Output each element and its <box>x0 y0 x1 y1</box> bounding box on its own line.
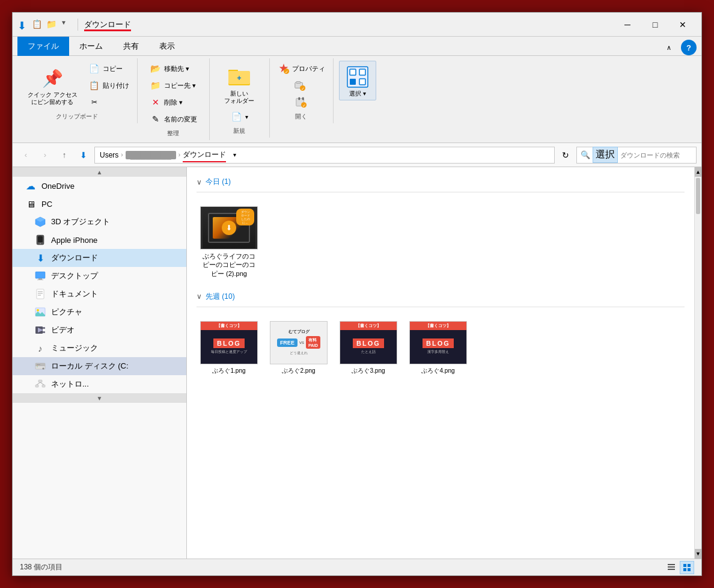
history-button[interactable]: ✓ <box>292 94 310 110</box>
sidebar-item-pictures[interactable]: ピクチャ <box>13 303 186 321</box>
sidebar-scroll-down[interactable]: ▼ <box>13 393 186 403</box>
tab-share[interactable]: 共有 <box>113 37 149 56</box>
svg-rect-29 <box>37 289 44 299</box>
svg-point-43 <box>37 366 38 366</box>
sidebar-item-documents[interactable]: ドキュメント <box>13 285 186 303</box>
paste-button[interactable]: 📋 貼り付け <box>85 78 132 93</box>
up-button[interactable]: ↑ <box>56 147 73 164</box>
copy-label: コピー <box>103 64 123 73</box>
download-nav-icon[interactable]: ⬇ <box>75 147 92 164</box>
file-item-blog2[interactable]: むてブログ FREE vs 有料PAID どう違えれ ぶろぐ2.png <box>266 317 331 379</box>
undo-icon[interactable]: 📋 <box>32 19 43 30</box>
file-item-blog3[interactable]: 【書くコツ】 BLOG たとえ話 ぶろぐ3.png <box>336 317 401 379</box>
new-folder-button[interactable]: + 新しいフォルダー <box>219 61 260 108</box>
svg-rect-27 <box>38 278 42 280</box>
open-items: ✓ プロパティ ✓ <box>275 61 328 110</box>
main-area: ▲ ☁ OneDrive 🖥 PC 3D オブジェクト <box>13 167 701 559</box>
pin-label: クイック アクセスにピン留めする <box>28 91 78 106</box>
path-username: ████████ <box>126 151 176 159</box>
sidebar-item-apple-iphone[interactable]: Apple iPhone <box>13 231 186 249</box>
sidebar-item-desktop[interactable]: デスクトップ <box>13 267 186 285</box>
file-item-png[interactable]: ⬇ ダウンロードしたのに... ぶろぐライフのコピーのコピーのコピー (2).p… <box>197 202 261 282</box>
folder-icon[interactable]: 📁 <box>46 19 57 30</box>
section-lastweek-header[interactable]: ∨ 先週 (10) <box>197 287 685 307</box>
svg-rect-18 <box>359 69 365 75</box>
tab-view[interactable]: 表示 <box>149 37 185 56</box>
select-button[interactable]: 選択 ▾ <box>339 61 376 100</box>
file-area: ∨ 今日 (1) ⬇ <box>187 167 694 559</box>
close-button[interactable]: ✕ <box>669 16 697 34</box>
minimize-button[interactable]: ─ <box>614 16 641 34</box>
3dobjects-label: 3D オブジェクト <box>51 216 110 227</box>
list-view-button[interactable] <box>664 561 679 574</box>
open-button[interactable]: ✓ <box>291 78 311 93</box>
svg-line-49 <box>40 382 44 385</box>
file-thumbnail-blog1: 【書くコツ】 BLOG 毎日投稿と速度アップ <box>200 321 258 364</box>
title-bar: ⬇ 📋 📁 ▼ ダウンロード ─ □ ✕ <box>13 13 701 37</box>
delete-icon: ✕ <box>150 96 162 108</box>
tab-file[interactable]: ファイル <box>17 37 69 56</box>
delete-button[interactable]: ✕ 削除 ▾ <box>147 94 186 110</box>
sidebar: ▲ ☁ OneDrive 🖥 PC 3D オブジェクト <box>13 167 187 559</box>
pictures-label: ピクチャ <box>51 307 82 317</box>
grid-view-button[interactable] <box>680 561 694 574</box>
sidebar-item-localdisk[interactable]: ローカル ディスク (C: <box>13 357 186 375</box>
search-icon: 🔍 <box>581 150 590 159</box>
refresh-button[interactable]: ↻ <box>557 147 574 164</box>
svg-rect-53 <box>683 564 686 567</box>
pin-button[interactable]: 📌 クイック アクセスにピン留めする <box>22 62 83 109</box>
selected-text-highlight: 選択 <box>593 147 618 163</box>
sidebar-item-onedrive[interactable]: ☁ OneDrive <box>13 177 186 195</box>
section-today-header[interactable]: ∨ 今日 (1) <box>197 172 685 192</box>
file-item-blog4[interactable]: 【書くコツ】 BLOG 漢字多用替え ぶろぐ4.png <box>406 317 471 379</box>
sidebar-item-downloads[interactable]: ⬇ ダウンロード <box>13 249 186 267</box>
copy-button[interactable]: 📄 コピー <box>85 61 132 76</box>
dropdown-icon[interactable]: ▼ <box>61 19 72 30</box>
apple-iphone-label: Apple iPhone <box>51 236 97 245</box>
lastweek-files-grid: 【書くコツ】 BLOG 毎日投稿と速度アップ ぶろぐ1.png <box>197 312 685 384</box>
onedrive-icon: ☁ <box>25 180 37 192</box>
address-dropdown-button[interactable]: ▾ <box>228 152 240 158</box>
maximize-button[interactable]: □ <box>641 16 669 34</box>
sidebar-item-3dobjects[interactable]: 3D オブジェクト <box>13 213 186 231</box>
back-button[interactable]: ‹ <box>17 147 34 164</box>
pictures-icon <box>34 306 46 318</box>
sidebar-item-pc[interactable]: 🖥 PC <box>13 195 186 213</box>
file-label-blog1: ぶろぐ1.png <box>212 367 245 375</box>
properties-button[interactable]: ✓ プロパティ <box>275 61 328 76</box>
sidebar-scroll-up[interactable]: ▲ <box>13 167 186 177</box>
nav-back-icon[interactable]: ⬇ <box>17 19 28 30</box>
ribbon-group-select: 選択 ▾ <box>334 58 382 105</box>
svg-rect-55 <box>683 568 686 571</box>
forward-button[interactable]: › <box>37 147 53 164</box>
svg-rect-51 <box>668 566 675 568</box>
new-item-button[interactable]: 📄 ▾ <box>219 109 260 124</box>
ribbon-collapse-button[interactable]: ∧ <box>662 40 676 55</box>
svg-text:+: + <box>237 74 242 82</box>
cut-button[interactable]: ✂ <box>85 94 132 110</box>
path-sep2: › <box>178 152 180 158</box>
new-item-icon: 📄 <box>231 111 243 123</box>
search-input[interactable] <box>620 152 692 159</box>
sidebar-item-videos[interactable]: ビデオ <box>13 321 186 339</box>
rename-button[interactable]: ✎ 名前の変更 <box>147 111 200 127</box>
search-box[interactable]: 🔍 選択 <box>576 147 697 164</box>
select-label: 選択 ▾ <box>349 90 366 97</box>
rename-label: 名前の変更 <box>164 115 197 124</box>
help-button[interactable]: ? <box>681 40 697 55</box>
clipboard-items: 📌 クイック アクセスにピン留めする 📄 コピー 📋 貼り付け <box>22 61 132 110</box>
svg-rect-46 <box>35 385 38 387</box>
copy-to-button[interactable]: 📁 コピー先 ▾ <box>147 78 199 93</box>
move-to-button[interactable]: 📂 移動先 ▾ <box>147 61 192 76</box>
new-group-title: 新規 <box>233 127 245 135</box>
svg-rect-56 <box>688 568 691 571</box>
sidebar-item-music[interactable]: ♪ ミュージック <box>13 339 186 357</box>
file-scrollbar[interactable]: ▲ ▼ <box>694 167 701 559</box>
path-current: ダウンロード <box>183 150 226 160</box>
address-path[interactable]: Users › ████████ › ダウンロード ▾ <box>94 147 555 164</box>
title-bar-left: ⬇ 📋 📁 ▼ ダウンロード <box>17 19 614 31</box>
sidebar-item-network[interactable]: ネットロ... <box>13 375 186 393</box>
tab-home[interactable]: ホーム <box>69 37 113 56</box>
file-item-blog1[interactable]: 【書くコツ】 BLOG 毎日投稿と速度アップ ぶろぐ1.png <box>197 317 261 379</box>
svg-rect-47 <box>42 385 45 387</box>
